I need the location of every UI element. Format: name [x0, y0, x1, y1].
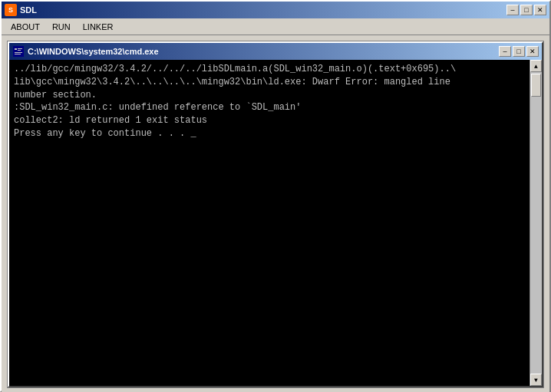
svg-rect-2: [18, 48, 22, 49]
svg-rect-1: [15, 48, 17, 50]
cmd-icon: [12, 45, 25, 58]
inner-window-controls: – □ ✕: [499, 46, 539, 57]
menu-bar: ABOUT RUN LINKER: [2, 18, 549, 35]
inner-titlebar: C:\WINDOWS\system32\cmd.exe – □ ✕: [9, 43, 542, 60]
minimize-button[interactable]: –: [506, 5, 519, 15]
scroll-down-button[interactable]: ▼: [530, 374, 542, 386]
inner-window-title: C:\WINDOWS\system32\cmd.exe: [28, 47, 159, 56]
scroll-up-button[interactable]: ▲: [530, 60, 542, 72]
menu-run[interactable]: RUN: [46, 21, 77, 33]
terminal-wrapper: ../lib/gcc/mingw32/3.4.2/../../../libSDL…: [9, 60, 542, 386]
scroll-track: [530, 72, 542, 374]
scroll-thumb[interactable]: [531, 74, 541, 97]
maximize-button[interactable]: □: [520, 5, 533, 15]
inner-titlebar-left: C:\WINDOWS\system32\cmd.exe: [12, 45, 159, 58]
inner-window: C:\WINDOWS\system32\cmd.exe – □ ✕ ../lib…: [8, 41, 543, 387]
svg-rect-3: [18, 50, 21, 51]
svg-rect-5: [15, 54, 21, 54]
outer-window-controls: – □ ✕: [506, 5, 546, 15]
vertical-scrollbar: ▲ ▼: [530, 60, 542, 386]
outer-window: S SDL – □ ✕ ABOUT RUN LINKER: [0, 0, 551, 392]
menu-about[interactable]: ABOUT: [5, 21, 46, 33]
sdl-icon: S: [5, 4, 17, 16]
outer-window-title: SDL: [20, 5, 37, 15]
outer-titlebar-left: S SDL: [5, 4, 37, 16]
close-button[interactable]: ✕: [534, 5, 546, 15]
inner-close-button[interactable]: ✕: [526, 46, 539, 57]
inner-minimize-button[interactable]: –: [499, 46, 511, 57]
content-area: C:\WINDOWS\system32\cmd.exe – □ ✕ ../lib…: [2, 35, 549, 392]
svg-rect-0: [13, 46, 24, 57]
svg-rect-4: [15, 52, 22, 53]
terminal-output: ../lib/gcc/mingw32/3.4.2/../../../libSDL…: [9, 60, 530, 386]
inner-maximize-button[interactable]: □: [513, 46, 525, 57]
menu-linker[interactable]: LINKER: [77, 21, 120, 33]
outer-titlebar: S SDL – □ ✕: [2, 2, 549, 18]
